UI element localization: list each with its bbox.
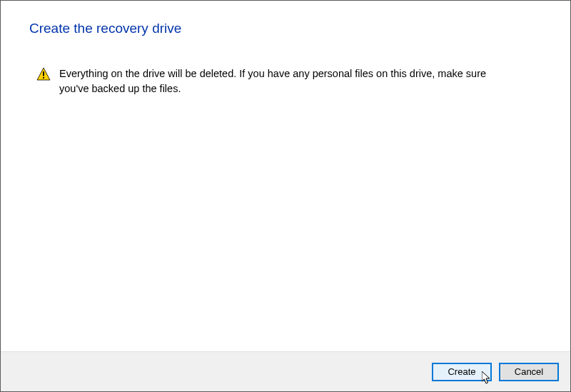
warning-message: Everything on the drive will be deleted.… — [29, 66, 542, 96]
svg-rect-1 — [43, 71, 44, 76]
svg-rect-2 — [43, 77, 44, 79]
warning-text: Everything on the drive will be deleted.… — [59, 66, 516, 96]
cancel-button[interactable]: Cancel — [499, 363, 559, 381]
dialog-content: Create the recovery drive Everything on … — [1, 1, 570, 342]
dialog-title: Create the recovery drive — [29, 21, 542, 36]
create-button[interactable]: Create — [432, 363, 492, 381]
button-bar: Create Cancel — [1, 351, 570, 391]
warning-icon — [36, 67, 51, 81]
